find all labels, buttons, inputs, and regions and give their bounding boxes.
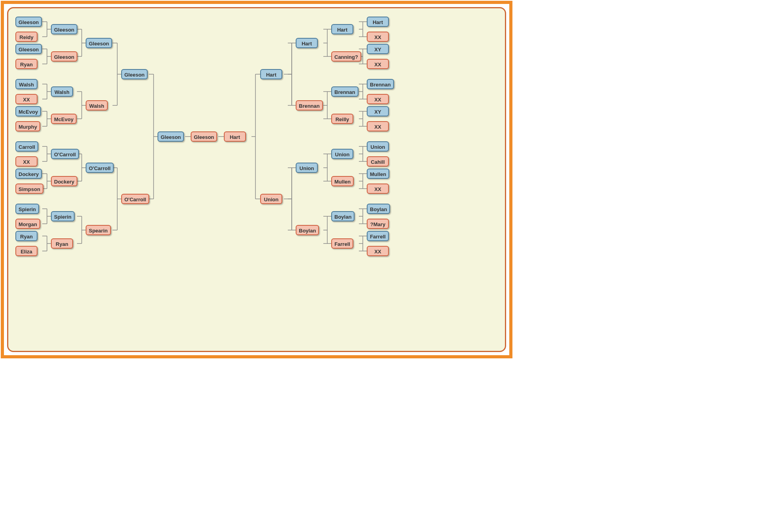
r-g4-0-f[interactable]: Canning? [331, 51, 361, 62]
r-g5-2-f[interactable]: XX [367, 94, 389, 104]
l-g5-0-m[interactable]: Gleeson [15, 17, 42, 27]
g1-m[interactable]: Gleeson [158, 131, 184, 142]
l-g4-2-m[interactable]: O'Carroll [51, 149, 79, 159]
r-g5-1-f[interactable]: XX [367, 59, 389, 69]
r-g4-1-m[interactable]: Brennan [331, 86, 358, 97]
l-g4-2-f[interactable]: Dockery [51, 176, 77, 186]
l-g5-7-f[interactable]: Eliza [15, 246, 38, 256]
l-g5-2-f[interactable]: XX [15, 94, 38, 104]
l-g5-0-f[interactable]: Reidy [15, 32, 38, 42]
center-child[interactable]: Gleeson [191, 131, 217, 142]
l-g3-1-m[interactable]: O'Carroll [86, 163, 114, 173]
l-g3-0-f[interactable]: Walsh [86, 100, 108, 111]
r-g5-1-m[interactable]: XY [367, 44, 389, 54]
l-g3-1-f[interactable]: Spearin [86, 225, 111, 235]
connector-lines [8, 8, 506, 352]
r-g3-0-f[interactable]: Brennan [296, 100, 323, 111]
l-g4-1-m[interactable]: Walsh [51, 86, 73, 97]
l-g5-2-m[interactable]: Walsh [15, 79, 38, 89]
r-g2-f[interactable]: Union [260, 194, 282, 204]
r-g5-3-m[interactable]: XY [367, 106, 389, 116]
l-g5-5-m[interactable]: Dockery [15, 169, 42, 179]
r-g4-0-m[interactable]: Hart [331, 24, 353, 34]
r-g5-2-m[interactable]: Brennan [367, 79, 394, 89]
l-g2-f[interactable]: O'Carroll [121, 194, 149, 204]
outer-frame: GleesonReidyGleesonRyanWalshXXMcEvoyMurp… [1, 1, 512, 358]
l-g4-0-m[interactable]: Gleeson [51, 24, 77, 34]
r-g5-0-m[interactable]: Hart [367, 17, 389, 27]
l-g4-3-m[interactable]: Spierin [51, 211, 75, 221]
r-g5-3-f[interactable]: XX [367, 121, 389, 131]
l-g5-1-m[interactable]: Gleeson [15, 44, 42, 54]
l-g5-6-m[interactable]: Spierin [15, 204, 39, 214]
l-g5-3-f[interactable]: Murphy [15, 121, 40, 131]
l-g3-0-m[interactable]: Gleeson [86, 38, 112, 48]
r-g5-6-f[interactable]: ?Mary [367, 219, 389, 229]
r-g5-4-m[interactable]: Union [367, 141, 389, 152]
r-g4-2-f[interactable]: Mullen [331, 176, 354, 186]
r-g4-2-m[interactable]: Union [331, 149, 353, 159]
r-g5-5-m[interactable]: Mullen [367, 169, 389, 179]
r-g3-1-m[interactable]: Union [296, 163, 318, 173]
l-g5-6-f[interactable]: Morgan [15, 219, 40, 229]
g1-f[interactable]: Hart [224, 131, 246, 142]
l-g4-0-f[interactable]: Gleeson [51, 51, 77, 62]
r-g5-6-m[interactable]: Boylan [367, 204, 390, 214]
l-g5-3-m[interactable]: McEvoy [15, 106, 41, 116]
r-g3-0-m[interactable]: Hart [296, 38, 318, 48]
r-g4-1-f[interactable]: Reilly [331, 114, 353, 124]
r-g2-m[interactable]: Hart [260, 69, 282, 79]
l-g5-4-m[interactable]: Carroll [15, 141, 38, 152]
l-g5-7-m[interactable]: Ryan [15, 231, 38, 241]
r-g5-0-f[interactable]: XX [367, 32, 389, 42]
l-g4-3-f[interactable]: Ryan [51, 238, 73, 249]
r-g5-5-f[interactable]: XX [367, 184, 389, 194]
r-g5-4-f[interactable]: Cahill [367, 156, 389, 167]
r-g3-1-f[interactable]: Boylan [296, 225, 319, 235]
l-g5-1-f[interactable]: Ryan [15, 59, 38, 69]
r-g5-7-f[interactable]: XX [367, 246, 389, 256]
r-g4-3-f[interactable]: Farrell [331, 238, 353, 249]
l-g5-5-f[interactable]: Simpson [15, 184, 43, 194]
l-g2-m[interactable]: Gleeson [121, 69, 148, 79]
r-g4-3-m[interactable]: Boylan [331, 211, 355, 221]
r-g5-7-m[interactable]: Farrell [367, 231, 389, 241]
l-g5-4-f[interactable]: XX [15, 156, 38, 167]
chart-area: GleesonReidyGleesonRyanWalshXXMcEvoyMurp… [7, 7, 506, 352]
l-g4-1-f[interactable]: McEvoy [51, 114, 77, 124]
